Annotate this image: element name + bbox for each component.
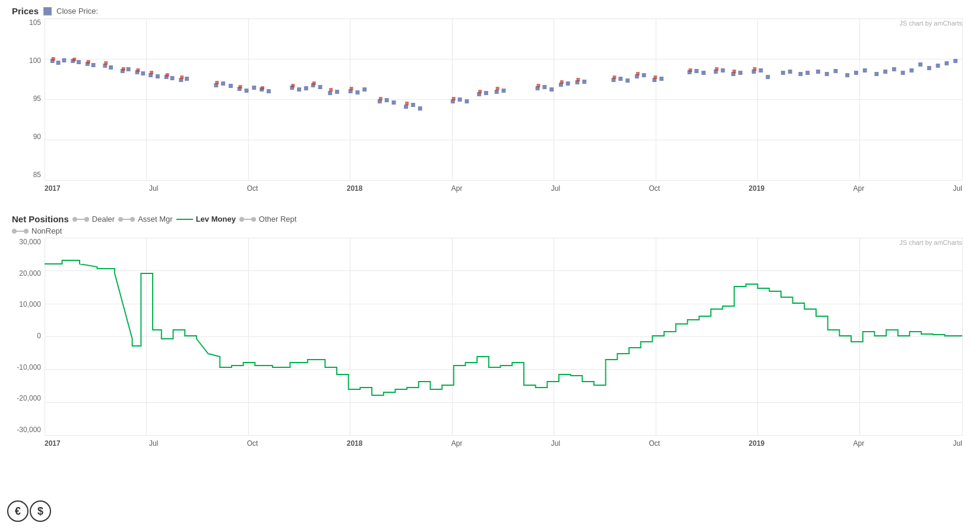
svg-rect-80: [834, 69, 838, 73]
prices-y-axis: 105 100 95 90 85: [12, 18, 45, 179]
svg-rect-14: [156, 74, 160, 78]
nx-label-jul-2: Jul: [551, 439, 560, 448]
svg-rect-85: [883, 70, 887, 74]
nx-label-oct-1: Oct: [247, 439, 258, 448]
net-positions-chart-section: Net Positions Dealer Asset Mgr Lev Money: [12, 214, 968, 464]
close-price-dots: [50, 58, 957, 111]
lev-money-line: [45, 260, 962, 395]
svg-rect-100: [150, 71, 153, 74]
svg-rect-94: [52, 57, 55, 61]
svg-rect-84: [874, 72, 878, 76]
y-30000: 30,000: [19, 238, 41, 246]
svg-rect-87: [901, 71, 905, 75]
net-plot-area: [45, 238, 962, 435]
svg-rect-110: [379, 97, 382, 100]
close-price-legend-box: [43, 7, 52, 15]
svg-rect-66: [701, 71, 706, 75]
dollar-icon[interactable]: $: [30, 500, 51, 522]
svg-rect-1: [56, 61, 61, 65]
y-label-95: 95: [33, 95, 41, 103]
legend-nonrept: NonRept: [12, 226, 968, 235]
svg-rect-8: [109, 65, 113, 70]
svg-rect-108: [329, 88, 333, 92]
svg-rect-75: [788, 70, 792, 74]
x-label-apr-1: Apr: [451, 184, 463, 193]
svg-rect-79: [825, 72, 829, 76]
svg-rect-26: [267, 89, 271, 93]
svg-rect-24: [252, 86, 256, 90]
svg-rect-82: [854, 71, 858, 75]
svg-rect-74: [781, 71, 785, 75]
prices-title-row: Prices Close Price:: [12, 6, 968, 16]
svg-rect-45: [465, 99, 469, 103]
legend-other-rept: Other Rept: [239, 215, 297, 223]
nonrept-label: NonRept: [31, 226, 62, 235]
svg-rect-89: [918, 62, 922, 67]
svg-rect-73: [766, 75, 770, 79]
y-10000: 10,000: [19, 300, 41, 308]
svg-rect-92: [944, 61, 949, 65]
svg-rect-52: [549, 87, 554, 92]
svg-rect-47: [484, 91, 488, 95]
other-rept-label: Other Rept: [259, 215, 297, 223]
svg-rect-58: [618, 77, 622, 81]
svg-rect-51: [542, 85, 546, 89]
svg-rect-116: [560, 80, 564, 84]
svg-rect-20: [221, 81, 225, 86]
x-label-2019: 2019: [749, 184, 765, 193]
x-label-jul-3: Jul: [953, 184, 962, 193]
svg-rect-114: [496, 87, 500, 90]
svg-rect-91: [936, 64, 940, 68]
prices-plot-area: [45, 18, 962, 180]
nx-label-2019: 2019: [749, 439, 765, 448]
svg-rect-109: [350, 87, 353, 90]
svg-rect-101: [166, 73, 169, 77]
lev-money-label: Lev Money: [196, 215, 236, 223]
legend-asset-mgr: Asset Mgr: [118, 215, 173, 223]
svg-rect-12: [141, 71, 145, 75]
svg-rect-118: [613, 75, 617, 79]
legend-lev-money: Lev Money: [176, 215, 236, 223]
open-price-dots: [52, 57, 757, 105]
close-price-legend-label: Close Price:: [56, 7, 98, 15]
net-positions-svg: [45, 238, 962, 435]
svg-rect-86: [892, 67, 896, 71]
svg-rect-90: [927, 66, 931, 70]
prices-title: Prices: [12, 6, 39, 16]
asset-mgr-label: Asset Mgr: [138, 215, 173, 223]
svg-rect-54: [566, 81, 570, 86]
svg-rect-33: [335, 90, 339, 94]
y-label-90: 90: [33, 133, 41, 141]
svg-rect-99: [137, 68, 140, 72]
y-20000: 20,000: [19, 269, 41, 278]
svg-rect-21: [229, 84, 233, 88]
prices-svg: [45, 18, 962, 180]
prices-chart-section: Prices Close Price: JS chart by amCharts…: [12, 6, 968, 208]
svg-rect-68: [721, 68, 725, 73]
svg-rect-32: [328, 91, 332, 95]
y-label-105: 105: [29, 18, 41, 27]
svg-rect-16: [170, 76, 175, 80]
svg-rect-65: [694, 69, 698, 73]
svg-rect-103: [215, 81, 219, 84]
x-label-jul-2: Jul: [551, 184, 560, 193]
main-container: Prices Close Price: JS chart by amCharts…: [0, 0, 980, 529]
y-neg30000: -30,000: [17, 426, 41, 434]
euro-icon[interactable]: €: [7, 500, 29, 522]
svg-rect-119: [636, 72, 640, 75]
svg-rect-95: [72, 58, 76, 61]
prices-x-axis: 2017 Jul Oct 2018 Apr Jul Oct 2019 Apr J…: [45, 180, 962, 197]
net-positions-title-row: Net Positions Dealer Asset Mgr Lev Money: [12, 214, 968, 224]
y-neg10000: -10,000: [17, 363, 41, 371]
currency-icons-container: € $: [7, 500, 51, 522]
svg-rect-36: [362, 87, 366, 92]
svg-rect-42: [418, 106, 422, 111]
svg-rect-38: [385, 98, 389, 102]
y-label-85: 85: [33, 171, 41, 179]
svg-rect-121: [688, 68, 692, 72]
svg-rect-83: [863, 68, 867, 73]
svg-rect-4: [77, 60, 81, 64]
svg-rect-28: [297, 87, 301, 92]
svg-rect-63: [659, 77, 663, 81]
x-label-2018: 2018: [347, 184, 363, 193]
